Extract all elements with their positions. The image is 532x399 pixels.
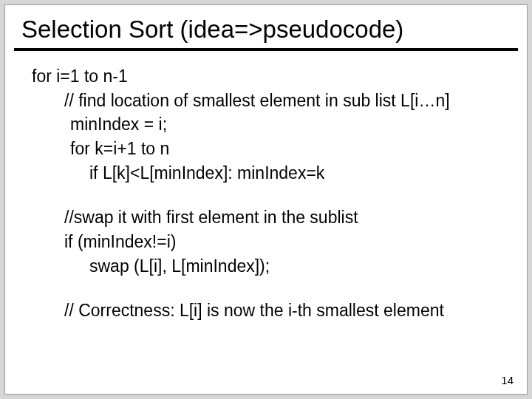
code-line: if (minIndex!=i) <box>64 230 511 254</box>
code-line: if L[k]<L[minIndex]: minIndex=k <box>89 161 511 185</box>
code-line: minIndex = i; <box>70 112 511 137</box>
page-number: 14 <box>501 374 514 386</box>
slide-title: Selection Sort (idea=>pseudocode) <box>21 16 511 44</box>
code-line: swap (L[i], L[minIndex]); <box>89 254 511 279</box>
code-line: for k=i+1 to n <box>70 137 511 161</box>
title-rule <box>14 48 518 51</box>
code-line: // Correctness: L[i] is now the i-th sma… <box>64 299 511 323</box>
pseudocode-block: for i=1 to n-1 // find location of small… <box>21 64 511 323</box>
spacer <box>21 185 511 205</box>
slide: Selection Sort (idea=>pseudocode) for i=… <box>4 4 528 395</box>
code-line: // find location of smallest element in … <box>64 89 511 113</box>
code-line: for i=1 to n-1 <box>32 64 511 89</box>
spacer <box>21 278 511 299</box>
code-line: //swap it with first element in the subl… <box>64 205 511 230</box>
